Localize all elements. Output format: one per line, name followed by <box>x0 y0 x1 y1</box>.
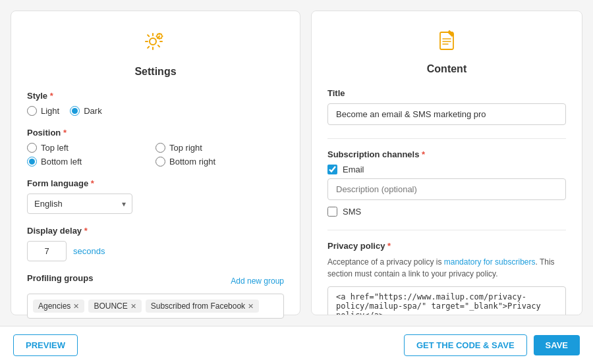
tag-bounce-remove[interactable]: ✕ <box>130 303 136 310</box>
style-label: Style * <box>27 91 284 101</box>
delay-unit-label: seconds <box>73 246 105 256</box>
profiling-section: Profiling groups Add new group Agencies … <box>27 273 284 319</box>
position-grid: Top left Top right Bottom left Bottom ri… <box>27 143 284 167</box>
divider-2 <box>327 230 566 230</box>
email-option: Email <box>327 165 566 174</box>
position-bottom-right-option[interactable]: Bottom right <box>155 157 284 167</box>
settings-panel: Settings Style * Light Dark Position * <box>11 11 300 315</box>
footer: PREVIEW GET THE CODE & SAVE SAVE <box>0 326 593 364</box>
style-light-option[interactable]: Light <box>27 106 59 116</box>
subscription-checkbox-group: Email SMS <box>327 165 566 217</box>
subscription-label: Subscription channels * <box>327 149 566 159</box>
email-checkbox[interactable] <box>327 165 337 174</box>
language-section: Form language * English French Spanish I… <box>27 178 284 214</box>
delay-label: Display delay * <box>27 226 284 236</box>
style-section: Style * Light Dark <box>27 91 284 116</box>
description-input[interactable] <box>327 178 566 200</box>
language-label: Form language * <box>27 178 284 188</box>
divider-1 <box>327 138 566 139</box>
style-dark-radio[interactable] <box>70 106 80 116</box>
svg-point-0 <box>150 38 156 45</box>
language-select[interactable]: English French Spanish Italian German <box>27 194 132 214</box>
sms-option: SMS <box>327 207 566 217</box>
language-select-wrapper: English French Spanish Italian German ▾ <box>27 194 132 214</box>
position-bottom-left-option[interactable]: Bottom left <box>27 157 155 167</box>
get-code-button[interactable]: GET THE CODE & SAVE <box>404 334 527 356</box>
title-label: Title <box>327 88 566 98</box>
privacy-label: Privacy policy * <box>327 241 566 251</box>
position-bottom-left-radio[interactable] <box>27 157 37 167</box>
delay-section: Display delay * seconds <box>27 226 284 261</box>
position-top-left-option[interactable]: Top left <box>27 143 155 153</box>
sms-checkbox[interactable] <box>327 207 337 217</box>
position-top-left-radio[interactable] <box>27 143 37 153</box>
position-bottom-right-radio[interactable] <box>155 157 165 167</box>
delay-row: seconds <box>27 241 284 261</box>
tag-agencies: Agencies ✕ <box>33 299 84 313</box>
title-input[interactable] <box>327 103 566 125</box>
tag-subscribed: Subscribed from Facebook ✕ <box>146 299 259 313</box>
subscription-field: Subscription channels * Email SMS <box>327 149 566 217</box>
position-top-right-option[interactable]: Top right <box>155 143 284 153</box>
content-header: Content <box>327 27 566 75</box>
email-label[interactable]: Email <box>343 165 364 174</box>
tag-agencies-remove[interactable]: ✕ <box>73 303 79 310</box>
privacy-textarea[interactable] <box>327 286 566 315</box>
tag-subscribed-remove[interactable]: ✕ <box>248 303 254 310</box>
title-field: Title <box>327 88 566 125</box>
privacy-info-text: Acceptance of a privacy policy is mandat… <box>327 256 566 280</box>
settings-header: Settings <box>27 27 284 78</box>
style-dark-option[interactable]: Dark <box>70 106 101 116</box>
delay-input[interactable] <box>27 241 67 261</box>
position-section: Position * Top left Top right Bottom lef… <box>27 128 284 167</box>
add-group-link[interactable]: Add new group <box>231 276 284 286</box>
position-top-right-radio[interactable] <box>155 143 165 153</box>
settings-icon <box>141 27 170 62</box>
tags-container: Agencies ✕ BOUNCE ✕ Subscribed from Face… <box>27 294 284 319</box>
position-label: Position * <box>27 128 284 138</box>
content-panel: Content Title Subscription channels * Em… <box>311 11 582 315</box>
settings-title: Settings <box>134 66 176 78</box>
email-option-row: Email <box>327 165 566 200</box>
privacy-field: Privacy policy * Acceptance of a privacy… <box>327 241 566 315</box>
content-title: Content <box>427 63 466 75</box>
style-radio-group: Light Dark <box>27 106 284 116</box>
style-light-radio[interactable] <box>27 106 37 116</box>
profiling-header: Profiling groups Add new group <box>27 273 284 288</box>
footer-right: GET THE CODE & SAVE SAVE <box>404 334 580 356</box>
save-button[interactable]: SAVE <box>534 335 580 355</box>
privacy-highlight: mandatory for subscribers <box>444 257 536 267</box>
preview-button[interactable]: PREVIEW <box>13 334 78 356</box>
profiling-label: Profiling groups <box>27 273 93 283</box>
tag-bounce: BOUNCE ✕ <box>88 299 141 313</box>
sms-label[interactable]: SMS <box>343 207 361 217</box>
content-icon <box>434 27 460 59</box>
